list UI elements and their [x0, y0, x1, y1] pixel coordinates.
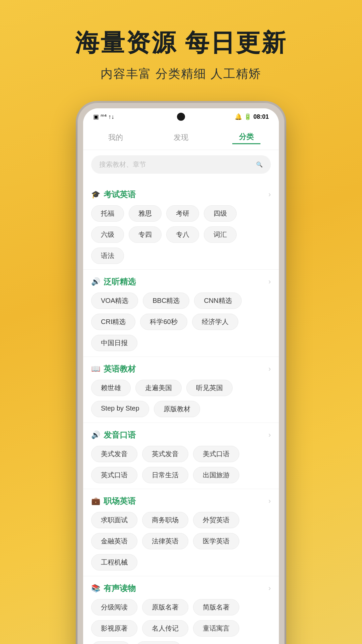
tag-american-accent[interactable]: 美式发音 [91, 446, 137, 462]
category-exam-english: 🎓 考试英语 › 托福 雅思 考研 四级 六级 专四 专八 词汇 语法 [83, 182, 279, 270]
status-bar-left: ▣ ᵐ⁴ ↑↓ [93, 113, 114, 120]
content-area: 🎓 考试英语 › 托福 雅思 考研 四级 六级 专四 专八 词汇 语法 [83, 179, 279, 644]
tag-toefl[interactable]: 托福 [91, 205, 124, 222]
status-bar-right: 🔔 🔋 08:01 [235, 113, 269, 120]
pronunciation-title: 发音口语 [104, 430, 136, 440]
tag-stepbystep[interactable]: Step by Step [91, 401, 149, 417]
category-title-row-textbook: 📖 英语教材 [91, 364, 136, 374]
workplace-icon: 💼 [91, 497, 100, 505]
exam-title: 考试英语 [104, 189, 136, 200]
search-placeholder: 搜索教材、章节 [99, 160, 146, 169]
phone-frame: ▣ ᵐ⁴ ↑↓ 🔔 🔋 08:01 我的 发现 分类 搜索教材、章节 🔍 [77, 102, 285, 644]
tag-england[interactable]: 听见英国 [186, 380, 233, 396]
tab-discover[interactable]: 发现 [167, 131, 195, 144]
workplace-tags: 求职面试 商务职场 外贸英语 金融英语 法律英语 医学英语 工程机械 [91, 512, 271, 571]
tag-economist[interactable]: 经济学人 [192, 314, 238, 330]
tag-vocab[interactable]: 词汇 [204, 226, 237, 243]
category-general-listening: 🔊 泛听精选 › VOA精选 BBC精选 CNN精选 CRI精选 科学60秒 经… [83, 270, 279, 357]
category-pronunciation: 🔊 发音口语 › 美式发音 英式发音 美式口语 英式口语 日常生活 出国旅游 [83, 423, 279, 489]
notification-icon: 🔔 [235, 113, 242, 120]
tag-business[interactable]: 商务职场 [142, 512, 188, 528]
tag-grammar[interactable]: 语法 [91, 248, 124, 264]
audiobooks-arrow[interactable]: › [268, 584, 271, 593]
category-title-row-listening: 🔊 泛听精选 [91, 276, 136, 287]
audiobooks-icon: 📚 [91, 584, 100, 593]
tag-ielts[interactable]: 雅思 [129, 205, 162, 222]
tag-daily-life[interactable]: 日常生活 [142, 467, 188, 483]
tag-radio-drama[interactable]: 广播剧 [91, 641, 131, 644]
tag-interview[interactable]: 求职面试 [91, 512, 137, 528]
category-title-row-pronunciation: 🔊 发音口语 [91, 430, 136, 440]
tag-bbc[interactable]: BBC精选 [143, 292, 189, 309]
tag-trade[interactable]: 外贸英语 [193, 512, 239, 528]
tag-movie-books[interactable]: 影视原著 [91, 620, 137, 637]
tab-bar: 我的 发现 分类 [83, 125, 279, 150]
category-title-row-audiobooks: 📚 有声读物 [91, 583, 136, 594]
search-bar: 搜索教材、章节 🔍 [83, 150, 279, 179]
category-title-row-workplace: 💼 职场英语 [91, 496, 136, 506]
category-header-exam: 🎓 考试英语 › [91, 189, 271, 200]
tag-voa[interactable]: VOA精选 [91, 292, 138, 309]
tag-english-songs[interactable]: 读歌美文 [135, 641, 182, 644]
category-audiobooks: 📚 有声读物 › 分级阅读 原版名著 简版名著 影视原著 名人传记 童话寓言 广… [83, 576, 279, 644]
tag-engineering[interactable]: 工程机械 [91, 554, 137, 571]
camera-notch [177, 113, 185, 121]
tag-cet4[interactable]: 四级 [204, 205, 237, 222]
exam-arrow[interactable]: › [268, 190, 271, 199]
listening-icon: 🔊 [91, 277, 100, 286]
listening-tags: VOA精选 BBC精选 CNN精选 CRI精选 科学60秒 经济学人 中国日报 [91, 292, 271, 351]
listening-arrow[interactable]: › [268, 277, 271, 286]
battery-icon: 🔋 [244, 113, 251, 120]
status-bar: ▣ ᵐ⁴ ↑↓ 🔔 🔋 08:01 [83, 108, 279, 125]
tag-medical[interactable]: 医学英语 [193, 533, 239, 549]
pronunciation-arrow[interactable]: › [268, 431, 271, 439]
tag-cet6[interactable]: 六级 [91, 226, 124, 243]
pronunciation-icon: 🔊 [91, 431, 100, 439]
tag-cri[interactable]: CRI精选 [91, 314, 135, 330]
category-header-listening: 🔊 泛听精选 › [91, 276, 271, 287]
clock: 08:01 [253, 113, 269, 120]
tag-biography[interactable]: 名人传记 [142, 620, 188, 637]
hero-title: 海量资源 每日更新 [75, 27, 287, 59]
signal-icons: ▣ ᵐ⁴ ↑↓ [93, 113, 114, 120]
tag-american-oral[interactable]: 美式口语 [193, 446, 239, 462]
textbook-tags: 赖世雄 走遍美国 听见英国 Step by Step 原版教材 [91, 380, 271, 417]
tab-category[interactable]: 分类 [232, 130, 260, 144]
pronunciation-tags: 美式发音 英式发音 美式口语 英式口语 日常生活 出国旅游 [91, 446, 271, 483]
tag-law[interactable]: 法律英语 [142, 533, 188, 549]
tag-science60[interactable]: 科学60秒 [140, 314, 187, 330]
tag-simplified[interactable]: 简版名著 [193, 599, 239, 615]
textbook-arrow[interactable]: › [268, 365, 271, 373]
tag-tem8[interactable]: 专八 [166, 226, 199, 243]
category-header-audiobooks: 📚 有声读物 › [91, 583, 271, 594]
tag-british-accent[interactable]: 英式发音 [142, 446, 188, 462]
tag-chinadaily[interactable]: 中国日报 [91, 335, 137, 351]
search-input[interactable]: 搜索教材、章节 🔍 [91, 155, 271, 174]
category-header-textbook: 📖 英语教材 › [91, 364, 271, 374]
tab-mine[interactable]: 我的 [102, 131, 130, 144]
workplace-title: 职场英语 [104, 496, 136, 506]
category-textbook: 📖 英语教材 › 赖世雄 走遍美国 听见英国 Step by Step 原版教材 [83, 357, 279, 423]
tag-postgrad[interactable]: 考研 [166, 205, 199, 222]
category-header-workplace: 💼 职场英语 › [91, 496, 271, 506]
tag-lai[interactable]: 赖世雄 [91, 380, 131, 396]
tag-fairy-tales[interactable]: 童话寓言 [193, 620, 239, 637]
textbook-title: 英语教材 [104, 364, 136, 374]
tag-finance[interactable]: 金融英语 [91, 533, 137, 549]
tag-tem4[interactable]: 专四 [129, 226, 162, 243]
category-workplace: 💼 职场英语 › 求职面试 商务职场 外贸英语 金融英语 法律英语 医学英语 工… [83, 489, 279, 576]
tag-british-oral[interactable]: 英式口语 [91, 467, 137, 483]
exam-icon: 🎓 [91, 190, 100, 199]
tag-cnn[interactable]: CNN精选 [194, 292, 241, 309]
tag-original[interactable]: 原版教材 [154, 401, 200, 417]
tag-graded[interactable]: 分级阅读 [91, 599, 137, 615]
tag-original-works[interactable]: 原版名著 [142, 599, 188, 615]
category-title-row-exam: 🎓 考试英语 [91, 189, 136, 200]
workplace-arrow[interactable]: › [268, 497, 271, 505]
exam-tags: 托福 雅思 考研 四级 六级 专四 专八 词汇 语法 [91, 205, 271, 264]
search-icon[interactable]: 🔍 [256, 161, 263, 168]
tag-travel[interactable]: 出国旅游 [193, 467, 239, 483]
hero-subtitle: 内容丰富 分类精细 人工精矫 [101, 66, 261, 82]
tag-america[interactable]: 走遍美国 [135, 380, 182, 396]
listening-title: 泛听精选 [104, 276, 136, 287]
